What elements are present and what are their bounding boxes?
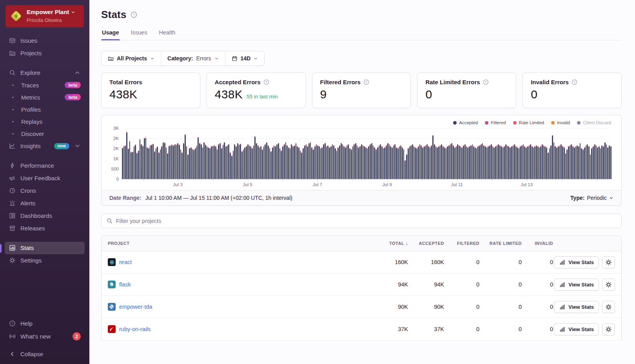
column-header-rate-limited[interactable]: Rate Limited	[479, 241, 522, 246]
legend-item-client-discard[interactable]: Client Discard	[577, 120, 611, 125]
chart-bar[interactable]	[195, 148, 196, 179]
chart-bar[interactable]	[384, 147, 385, 179]
chart-bar[interactable]	[351, 149, 352, 179]
chart-bar[interactable]	[288, 147, 289, 179]
chart-bar[interactable]	[597, 147, 598, 179]
chart-bar[interactable]	[415, 147, 416, 179]
chart-bar[interactable]	[294, 145, 295, 179]
chart-bar[interactable]	[456, 146, 457, 179]
legend-item-filtered[interactable]: Filtered	[485, 120, 506, 125]
legend-item-invalid[interactable]: Invalid	[551, 120, 570, 125]
chart-bar[interactable]	[263, 146, 265, 179]
chart-bar[interactable]	[357, 145, 358, 179]
chart-bar[interactable]	[561, 144, 562, 179]
chart-bar[interactable]	[252, 148, 253, 179]
chart-bar[interactable]	[463, 145, 464, 179]
chart-bar[interactable]	[132, 152, 133, 179]
view-stats-button[interactable]: View Stats	[554, 256, 599, 268]
chart-bar[interactable]	[387, 143, 388, 179]
chart-bar[interactable]	[488, 146, 489, 179]
project-link[interactable]: react	[119, 259, 132, 265]
chart-bar[interactable]	[336, 150, 337, 179]
chart-bar[interactable]	[482, 143, 483, 179]
chart-bar[interactable]	[209, 148, 210, 179]
chart-bar[interactable]	[507, 145, 508, 179]
chart-bar[interactable]	[367, 148, 368, 179]
chart-bar[interactable]	[510, 147, 511, 179]
chart-bar[interactable]	[296, 143, 297, 179]
chart-bar[interactable]	[379, 145, 380, 179]
chart-bar[interactable]	[275, 146, 276, 179]
chart-bar[interactable]	[607, 147, 608, 179]
chart-bar[interactable]	[403, 149, 405, 179]
chart-bar[interactable]	[504, 146, 505, 179]
chart-bar[interactable]	[268, 145, 269, 179]
chart-bar[interactable]	[262, 149, 263, 179]
sidebar-item-metrics[interactable]: Metricsbeta	[5, 91, 85, 103]
chart-bar[interactable]	[361, 144, 362, 179]
chart-bar[interactable]	[282, 146, 283, 179]
chart-bar[interactable]	[185, 134, 186, 179]
chart-bar[interactable]	[446, 148, 447, 179]
sidebar-item-insights[interactable]: Insightsnew	[5, 140, 85, 152]
chart-bar[interactable]	[381, 146, 383, 179]
chart-bar[interactable]	[489, 145, 490, 179]
chart-bar[interactable]	[549, 148, 550, 179]
chart-bar[interactable]	[358, 147, 359, 179]
chart-bar[interactable]	[396, 147, 397, 179]
chart-bar[interactable]	[552, 135, 553, 179]
chart-bar[interactable]	[234, 144, 235, 179]
chart-bar[interactable]	[308, 143, 310, 179]
chart-bar[interactable]	[134, 146, 135, 179]
chart-bar[interactable]	[323, 144, 324, 179]
sidebar-item-collapse[interactable]: Collapse	[5, 349, 85, 360]
project-settings-button[interactable]	[602, 301, 615, 313]
chart-bar[interactable]	[258, 145, 259, 179]
chart-bar[interactable]	[581, 148, 582, 179]
chart-bar[interactable]	[591, 148, 592, 179]
chart-bar[interactable]	[447, 146, 448, 179]
sidebar-item-stats[interactable]: Stats	[5, 242, 85, 254]
chart-bar[interactable]	[330, 146, 332, 179]
chart-bar[interactable]	[599, 146, 600, 179]
tab-health[interactable]: Health	[158, 29, 176, 40]
sidebar-item-explore[interactable]: Explore	[5, 67, 85, 79]
chart-bar[interactable]	[443, 146, 444, 179]
chart-bar[interactable]	[553, 142, 555, 179]
chart-bar[interactable]	[212, 146, 214, 179]
chart-bar[interactable]	[584, 147, 585, 179]
project-settings-button[interactable]	[602, 323, 615, 335]
chart-bar[interactable]	[314, 146, 316, 179]
chart-bar[interactable]	[558, 146, 559, 179]
chart-bar[interactable]	[205, 145, 206, 179]
chart-bar[interactable]	[575, 146, 577, 179]
chart-bar[interactable]	[337, 147, 339, 179]
chart-bar[interactable]	[306, 144, 307, 179]
chart-bar[interactable]	[214, 145, 215, 179]
chart-bar[interactable]	[596, 145, 597, 179]
chart-bar[interactable]	[530, 144, 531, 179]
chart-bar[interactable]	[392, 147, 393, 179]
chart-bar[interactable]	[177, 143, 178, 179]
sidebar-item-replays[interactable]: Replays	[5, 116, 85, 128]
chart-bar[interactable]	[343, 146, 345, 179]
chart-bar[interactable]	[365, 147, 366, 179]
chart-bar[interactable]	[316, 144, 317, 179]
chart-bar[interactable]	[341, 143, 342, 179]
chart-bar[interactable]	[158, 152, 160, 179]
sidebar-item-help[interactable]: ?Help	[5, 317, 85, 330]
chart-bar[interactable]	[412, 144, 413, 179]
chart-bar[interactable]	[202, 147, 203, 179]
chart-bar[interactable]	[151, 145, 152, 179]
chart-bar[interactable]	[208, 147, 209, 179]
chart-bar[interactable]	[424, 146, 425, 179]
chart-bar[interactable]	[156, 148, 157, 179]
chart-bar[interactable]	[562, 146, 563, 179]
chart-bar[interactable]	[577, 145, 578, 179]
chart-bar[interactable]	[196, 146, 198, 179]
chart-bar[interactable]	[147, 147, 148, 179]
chart-bar[interactable]	[260, 146, 261, 179]
chart-bar[interactable]	[290, 148, 291, 179]
chart-bar[interactable]	[327, 145, 328, 179]
chart-bar[interactable]	[342, 144, 343, 179]
